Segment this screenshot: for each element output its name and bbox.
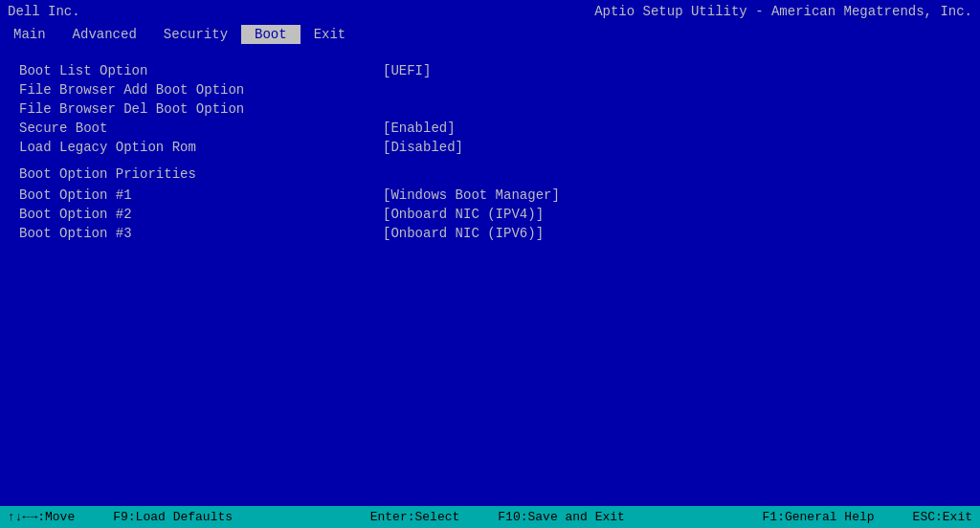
status-load-defaults: F9:Load Defaults: [113, 510, 233, 524]
setting-file-browser-del[interactable]: File Browser Del Boot Option: [19, 99, 961, 119]
setting-label-boot-list: Boot List Option: [19, 63, 383, 78]
status-bar: ↑↓←→:Move F9:Load Defaults Enter:Select …: [0, 506, 980, 528]
status-general-help: F1:General Help: [763, 510, 875, 524]
menu-item-main[interactable]: Main: [0, 25, 59, 44]
utility-title: Aptio Setup Utility - American Megatrend…: [594, 4, 972, 19]
menu-item-boot[interactable]: Boot: [241, 25, 301, 44]
setting-boot-list-option[interactable]: Boot List Option [UEFI]: [19, 61, 961, 80]
status-move: ↑↓←→:Move: [8, 510, 75, 524]
status-esc-exit: ESC:Exit: [913, 510, 972, 524]
setting-label-load-legacy: Load Legacy Option Rom: [19, 140, 383, 155]
setting-boot-option-3[interactable]: Boot Option #3 [Onboard NIC (IPV6)]: [19, 224, 961, 243]
setting-label-boot2: Boot Option #2: [19, 207, 383, 222]
bios-screen: Dell Inc. Aptio Setup Utility - American…: [0, 0, 980, 528]
setting-label-boot3: Boot Option #3: [19, 226, 383, 241]
setting-value-load-legacy: [Disabled]: [383, 140, 463, 155]
setting-file-browser-add[interactable]: File Browser Add Boot Option: [19, 80, 961, 99]
status-save-exit: F10:Save and Exit: [498, 510, 625, 524]
menu-item-advanced[interactable]: Advanced: [59, 25, 150, 44]
setting-value-boot2: [Onboard NIC (IPV4)]: [383, 207, 544, 222]
setting-value-secure-boot: [Enabled]: [383, 121, 456, 136]
status-enter-select: Enter:Select: [370, 510, 460, 524]
setting-secure-boot[interactable]: Secure Boot [Enabled]: [19, 119, 961, 138]
setting-label-fb-del: File Browser Del Boot Option: [19, 101, 383, 117]
status-center: Enter:Select F10:Save and Exit: [370, 510, 625, 524]
status-left: ↑↓←→:Move F9:Load Defaults: [8, 510, 233, 524]
menu-item-exit[interactable]: Exit: [301, 25, 360, 44]
status-right: F1:General Help ESC:Exit: [763, 510, 972, 524]
setting-boot-option-1[interactable]: Boot Option #1 [Windows Boot Manager]: [19, 186, 961, 205]
content-area: Boot List Option [UEFI] File Browser Add…: [0, 46, 980, 506]
menu-bar[interactable]: Main Advanced Security Boot Exit: [0, 23, 980, 46]
setting-value-boot3: [Onboard NIC (IPV6)]: [383, 226, 544, 241]
boot-priorities-header: Boot Option Priorities: [19, 157, 961, 186]
setting-load-legacy[interactable]: Load Legacy Option Rom [Disabled]: [19, 138, 961, 157]
setting-label-secure-boot: Secure Boot: [19, 121, 383, 136]
setting-label-boot1: Boot Option #1: [19, 187, 383, 203]
vendor-label: Dell Inc.: [8, 4, 80, 19]
menu-item-security[interactable]: Security: [150, 25, 241, 44]
setting-value-boot-list: [UEFI]: [383, 63, 431, 78]
setting-value-boot1: [Windows Boot Manager]: [383, 187, 560, 203]
title-bar: Dell Inc. Aptio Setup Utility - American…: [0, 0, 980, 23]
setting-label-fb-add: File Browser Add Boot Option: [19, 82, 383, 98]
setting-boot-option-2[interactable]: Boot Option #2 [Onboard NIC (IPV4)]: [19, 205, 961, 224]
